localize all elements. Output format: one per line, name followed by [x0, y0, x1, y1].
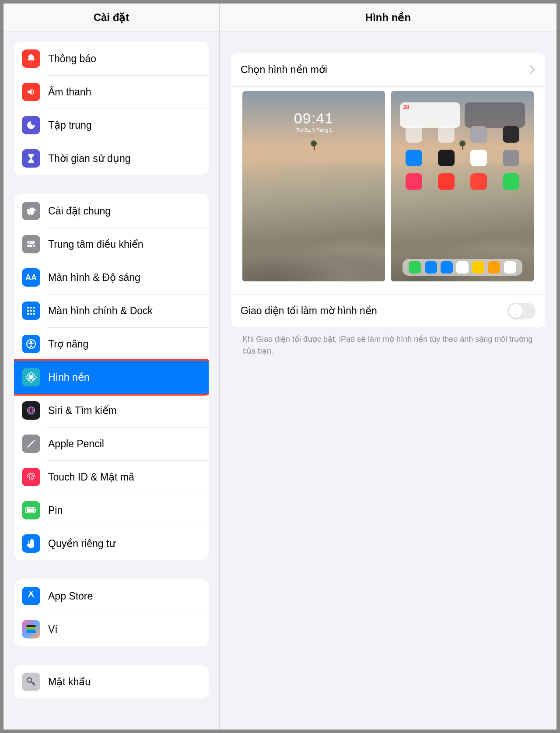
detail-title: Hình nền: [365, 11, 411, 24]
sidebar-item-privacy[interactable]: Quyền riêng tư: [14, 527, 209, 560]
svg-point-3: [32, 245, 34, 247]
svg-rect-29: [27, 509, 34, 512]
svg-point-19: [32, 376, 36, 378]
svg-rect-1: [27, 245, 35, 247]
sidebar-item-display[interactable]: AAMàn hình & Độ sáng: [14, 261, 209, 294]
sidebar-header: Cài đặt: [4, 4, 219, 32]
dim-wallpaper-footer: Khi Giao diện tối được bật, iPad sẽ làm …: [231, 327, 545, 357]
sidebar-item-label: Pin: [48, 505, 63, 516]
grid-icon: [22, 302, 40, 320]
svg-point-16: [30, 372, 32, 376]
svg-rect-11: [30, 313, 32, 315]
svg-rect-5: [30, 307, 32, 309]
sidebar-group: Thông báoÂm thanhTập trungThời gian sử d…: [14, 42, 209, 175]
svg-point-14: [31, 341, 32, 343]
wallpaper-previews: 09:41 Thứ Ba, 9 Tháng 1 28: [231, 86, 545, 295]
svg-rect-0: [27, 241, 35, 244]
svg-rect-33: [27, 630, 36, 633]
svg-rect-10: [27, 313, 29, 315]
sidebar-item-label: Màn hình chính & Dock: [48, 305, 153, 317]
svg-point-2: [28, 242, 30, 243]
text-size-icon: AA: [22, 268, 40, 287]
battery-icon: [22, 501, 40, 519]
hourglass-icon: [22, 149, 40, 168]
svg-rect-32: [27, 628, 36, 631]
dim-wallpaper-label: Giao diện tối làm mờ hình nền: [241, 305, 508, 317]
chevron-right-icon: [529, 65, 536, 74]
sidebar-item-pencil[interactable]: Apple Pencil: [14, 427, 209, 460]
svg-rect-34: [27, 625, 36, 628]
dock: [402, 259, 522, 276]
detail-pane: Hình nền Chọn hình nền mới 09:41: [220, 4, 556, 729]
flower-icon: [22, 368, 40, 386]
sidebar-item-touchid[interactable]: Touch ID & Mật mã: [14, 460, 209, 494]
choose-wallpaper-row[interactable]: Chọn hình nền mới: [231, 53, 545, 86]
sidebar-item-notifications[interactable]: Thông báo: [14, 42, 209, 75]
sidebar-item-label: Apple Pencil: [48, 438, 104, 450]
hand-icon: [22, 534, 40, 553]
svg-rect-12: [33, 313, 35, 315]
sidebar-scroll[interactable]: Thông báoÂm thanhTập trungThời gian sử d…: [4, 32, 219, 729]
svg-rect-30: [35, 509, 36, 512]
sidebar-item-label: Siri & Tìm kiếm: [48, 405, 117, 417]
key-icon: [22, 673, 40, 691]
appstore-icon: [22, 587, 40, 605]
sidebar-item-label: Thời gian sử dụng: [48, 153, 130, 165]
home-screen-preview[interactable]: 28: [391, 91, 534, 281]
svg-rect-7: [27, 310, 29, 312]
sidebar-group: Cài đặt chungTrung tâm điều khiểnAAMàn h…: [14, 194, 209, 560]
svg-rect-8: [30, 310, 32, 312]
sidebar-item-focus[interactable]: Tập trung: [14, 109, 209, 142]
dim-wallpaper-toggle[interactable]: [508, 303, 536, 319]
sidebar-item-label: Thông báo: [48, 53, 96, 65]
sidebar-item-label: Quyền riêng tư: [48, 538, 116, 550]
wallet-icon: [22, 620, 40, 638]
sidebar-item-label: Touch ID & Mật mã: [48, 471, 134, 483]
lock-screen-preview[interactable]: 09:41 Thứ Ba, 9 Tháng 1: [242, 91, 385, 281]
sidebar-item-label: Trung tâm điều khiển: [48, 238, 144, 250]
lock-time: 09:41: [242, 110, 385, 127]
sidebar-item-general[interactable]: Cài đặt chung: [14, 194, 209, 228]
detail-header: Hình nền: [220, 4, 556, 32]
sidebar-item-siri[interactable]: Siri & Tìm kiếm: [14, 394, 209, 427]
sidebar-item-label: Mật khẩu: [48, 676, 91, 688]
sidebar-item-accessibility[interactable]: Trợ năng: [14, 327, 209, 361]
sidebar-item-homescreen[interactable]: Màn hình chính & Dock: [14, 294, 209, 327]
sidebar-group: Mật khẩu: [14, 665, 209, 698]
svg-point-15: [30, 376, 32, 378]
sidebar-item-label: Âm thanh: [48, 86, 91, 98]
sidebar-item-screentime[interactable]: Thời gian sử dụng: [14, 142, 209, 175]
siri-icon: [22, 401, 40, 420]
svg-point-21: [32, 373, 35, 377]
svg-point-23: [32, 378, 35, 382]
sidebar-item-appstore[interactable]: App Store: [14, 579, 209, 613]
sidebar-item-wallet[interactable]: Ví: [14, 613, 209, 646]
svg-point-17: [30, 379, 32, 382]
sidebar-item-label: Màn hình & Độ sáng: [48, 272, 140, 284]
wallpaper-card: Chọn hình nền mới 09:41 Thứ Ba, 9 Tháng …: [231, 53, 545, 327]
settings-sidebar: Cài đặt Thông báoÂm thanhTập trungThời g…: [4, 4, 220, 729]
fingerprint-icon: [22, 468, 40, 486]
sidebar-item-sound[interactable]: Âm thanh: [14, 75, 209, 109]
speaker-icon: [22, 83, 40, 101]
svg-point-18: [26, 376, 30, 378]
sidebar-item-controlcenter[interactable]: Trung tâm điều khiển: [14, 228, 209, 261]
svg-point-20: [27, 373, 31, 377]
sidebar-item-label: Trợ năng: [48, 338, 88, 350]
sidebar-item-label: Cài đặt chung: [48, 205, 111, 217]
sidebar-item-passwords[interactable]: Mật khẩu: [14, 665, 209, 698]
moon-icon: [22, 116, 40, 134]
sidebar-title: Cài đặt: [94, 11, 130, 24]
pencil-icon: [22, 435, 40, 453]
sidebar-item-wallpaper[interactable]: Hình nền: [14, 361, 209, 394]
choose-wallpaper-label: Chọn hình nền mới: [241, 64, 529, 76]
sidebar-item-label: Hình nền: [48, 372, 90, 383]
sidebar-item-battery[interactable]: Pin: [14, 494, 209, 527]
widget-placeholder: [465, 102, 525, 128]
sidebar-group: App StoreVí: [14, 579, 209, 646]
toggles-icon: [22, 235, 40, 253]
sidebar-item-label: Tập trung: [48, 119, 92, 131]
bell-icon: [22, 49, 40, 68]
sidebar-item-label: App Store: [48, 590, 93, 602]
dim-wallpaper-row: Giao diện tối làm mờ hình nền: [231, 295, 545, 327]
